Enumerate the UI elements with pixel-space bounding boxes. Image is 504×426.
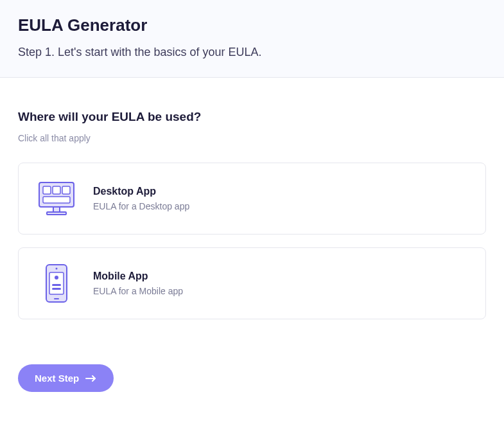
option-text-wrap: Mobile App EULA for a Mobile app — [93, 271, 183, 296]
svg-point-9 — [55, 276, 58, 280]
option-desc: EULA for a Desktop app — [93, 201, 189, 211]
svg-rect-6 — [47, 212, 66, 215]
option-desc: EULA for a Mobile app — [93, 286, 183, 296]
svg-rect-3 — [62, 186, 70, 194]
wizard-header: EULA Generator Step 1. Let's start with … — [0, 0, 504, 78]
option-title: Mobile App — [93, 271, 183, 282]
mobile-app-icon — [35, 262, 78, 305]
svg-rect-5 — [53, 207, 60, 212]
svg-rect-2 — [53, 186, 60, 194]
page-title: EULA Generator — [18, 15, 486, 35]
wizard-body: Where will your EULA be used? Click all … — [0, 78, 504, 411]
svg-rect-1 — [43, 186, 51, 194]
option-desktop-app[interactable]: Desktop App EULA for a Desktop app — [18, 163, 486, 235]
question-heading: Where will your EULA be used? — [18, 110, 486, 124]
option-text-wrap: Desktop App EULA for a Desktop app — [93, 186, 189, 211]
svg-rect-11 — [52, 288, 61, 290]
svg-rect-13 — [54, 298, 59, 299]
desktop-app-icon — [35, 177, 78, 220]
step-subtitle: Step 1. Let's start with the basics of y… — [18, 46, 486, 59]
next-step-label: Next Step — [35, 373, 79, 384]
option-title: Desktop App — [93, 186, 189, 197]
option-mobile-app[interactable]: Mobile App EULA for a Mobile app — [18, 247, 486, 319]
svg-point-12 — [56, 268, 58, 270]
svg-rect-10 — [52, 284, 61, 286]
next-step-button[interactable]: Next Step — [18, 364, 114, 392]
question-hint: Click all that apply — [18, 133, 486, 143]
svg-rect-4 — [43, 197, 70, 203]
arrow-right-icon — [85, 375, 97, 382]
